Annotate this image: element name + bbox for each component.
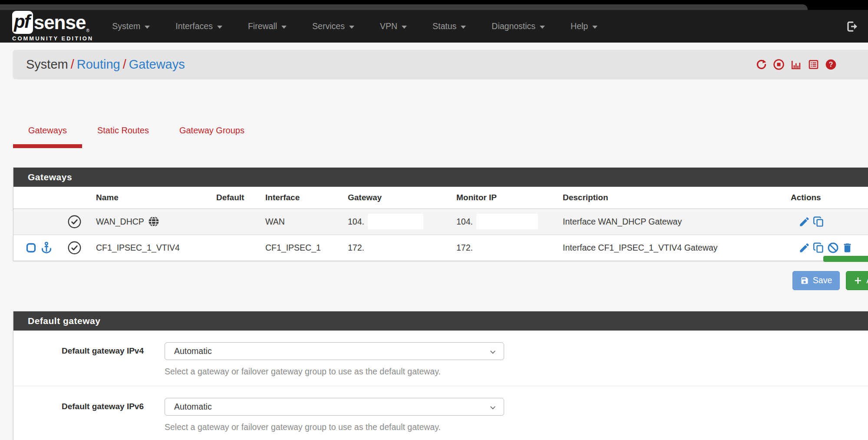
ipv6-help-text: Select a gateway or failover gateway gro… xyxy=(165,422,504,432)
pfsense-logo[interactable]: pf sense ® COMMUNITY EDITION xyxy=(12,11,93,42)
save-icon xyxy=(800,276,809,285)
monitor-ip: 104. xyxy=(456,217,473,227)
chevron-down-icon xyxy=(281,26,287,29)
edit-icon[interactable] xyxy=(799,242,810,254)
sign-out-icon xyxy=(845,20,858,33)
registered-mark: ® xyxy=(86,28,89,33)
breadcrumb-link-routing[interactable]: Routing xyxy=(77,57,120,71)
default-gateway-ipv6-label: Default gateway IPv6 xyxy=(13,398,144,432)
chevron-down-icon xyxy=(461,26,466,29)
menu-item-firewall[interactable]: Firewall xyxy=(239,17,296,36)
gateway-description: Interface CF1_IPSEC_1_VTIV4 Gateway xyxy=(558,235,786,261)
check-circle-icon xyxy=(67,241,82,255)
breadcrumb-separator: / xyxy=(120,57,129,71)
page-header: System/Routing/Gateways ? xyxy=(13,50,868,79)
refresh-icon[interactable] xyxy=(756,59,767,70)
monitor-ip: 172. xyxy=(452,235,558,261)
globe-icon xyxy=(148,216,159,227)
menu-item-services[interactable]: Services xyxy=(303,17,363,36)
menu-item-vpn[interactable]: VPN xyxy=(371,17,416,36)
redaction-box xyxy=(368,214,423,229)
tab-gateways[interactable]: Gateways xyxy=(13,119,82,148)
disable-icon[interactable] xyxy=(827,242,839,254)
community-edition-label: COMMUNITY EDITION xyxy=(12,35,93,42)
gateway-name: WAN_DHCP xyxy=(96,217,144,227)
checkbox-icon[interactable] xyxy=(25,242,37,254)
gateways-panel-title: Gateways xyxy=(13,168,868,187)
main-menu: System Interfaces Firewall Services VPN … xyxy=(103,17,614,36)
default-gateway-panel-title: Default gateway xyxy=(13,311,868,331)
form-row-ipv6: Default gateway IPv6 Automatic Select a … xyxy=(13,386,868,440)
logout-button[interactable] xyxy=(845,20,858,33)
form-row-ipv4: Default gateway IPv4 Automatic Select a … xyxy=(13,331,868,386)
copy-icon[interactable] xyxy=(813,242,825,254)
table-button-bar: Save Add xyxy=(13,271,868,290)
gateways-panel: Gateways Name Default Interface Gateway … xyxy=(13,167,868,261)
chevron-down-icon xyxy=(145,26,150,29)
gateway-interface: WAN xyxy=(261,208,343,235)
gateway-default xyxy=(212,208,261,235)
copy-icon[interactable] xyxy=(813,216,825,228)
menu-item-status[interactable]: Status xyxy=(423,17,475,36)
gateway-name: CF1_IPSEC_1_VTIV4 xyxy=(92,235,212,261)
gateway-ip: 104. xyxy=(348,217,364,227)
default-gateway-ipv4-label: Default gateway IPv4 xyxy=(13,342,144,377)
menu-item-diagnostics[interactable]: Diagnostics xyxy=(482,17,554,36)
breadcrumb-separator: / xyxy=(68,57,77,71)
ipv4-help-text: Select a gateway or failover gateway gro… xyxy=(165,367,504,377)
chevron-down-icon xyxy=(349,26,354,29)
redaction-box xyxy=(476,214,538,229)
gateway-default xyxy=(212,235,261,261)
col-default: Default xyxy=(212,187,261,208)
selected-value: Automatic xyxy=(174,402,212,412)
tab-gateway-groups[interactable]: Gateway Groups xyxy=(164,119,260,148)
check-circle-icon xyxy=(67,215,82,229)
table-row: WAN_DHCP WAN 104. 104. Interface WAN_DHC… xyxy=(13,208,868,235)
default-gateway-ipv6-select[interactable]: Automatic xyxy=(165,398,504,416)
tab-static-routes[interactable]: Static Routes xyxy=(82,119,164,148)
col-name: Name xyxy=(92,187,212,208)
partially-hidden-add-button[interactable] xyxy=(823,256,868,262)
desktop-top-strip xyxy=(0,0,868,4)
svg-text:?: ? xyxy=(829,61,833,68)
save-button[interactable]: Save xyxy=(792,271,840,290)
help-icon[interactable]: ? xyxy=(825,59,837,70)
col-interface: Interface xyxy=(261,187,343,208)
col-description: Description xyxy=(558,187,786,208)
log-icon[interactable] xyxy=(808,59,819,70)
gateways-table: Name Default Interface Gateway Monitor I… xyxy=(13,187,868,261)
chevron-down-icon xyxy=(489,348,497,356)
menu-item-interfaces[interactable]: Interfaces xyxy=(166,17,231,36)
stop-icon[interactable] xyxy=(773,59,785,70)
table-row: CF1_IPSEC_1_VTIV4 CF1_IPSEC_1 172. 172. … xyxy=(13,235,868,261)
plus-icon xyxy=(854,276,862,285)
add-button[interactable]: Add xyxy=(846,271,868,290)
header-action-icons: ? xyxy=(756,50,837,79)
window-top-edge xyxy=(0,4,868,10)
bar-chart-icon[interactable] xyxy=(790,59,802,70)
table-header-row: Name Default Interface Gateway Monitor I… xyxy=(13,187,868,208)
anchor-icon[interactable] xyxy=(40,241,53,254)
gateway-interface: CF1_IPSEC_1 xyxy=(261,235,343,261)
default-gateway-ipv4-select[interactable]: Automatic xyxy=(165,342,504,360)
delete-icon[interactable] xyxy=(842,242,853,254)
sense-logo-text: sense xyxy=(34,13,86,32)
breadcrumb: System/Routing/Gateways xyxy=(26,57,185,72)
default-gateway-panel: Default gateway Default gateway IPv4 Aut… xyxy=(13,311,868,440)
breadcrumb-link-gateways[interactable]: Gateways xyxy=(129,57,185,71)
col-gateway: Gateway xyxy=(343,187,452,208)
window-top-bar xyxy=(0,4,808,10)
edit-icon[interactable] xyxy=(799,216,810,228)
menu-item-help[interactable]: Help xyxy=(561,17,607,36)
chevron-down-icon xyxy=(540,26,545,29)
top-navbar: pf sense ® COMMUNITY EDITION System Inte… xyxy=(0,10,868,43)
chevron-down-icon xyxy=(217,26,222,29)
gateway-description: Interface WAN_DHCP Gateway xyxy=(558,208,786,235)
col-monitor-ip: Monitor IP xyxy=(452,187,558,208)
col-actions: Actions xyxy=(786,187,868,208)
gateway-ip: 172. xyxy=(343,235,452,261)
menu-item-system[interactable]: System xyxy=(103,17,159,36)
breadcrumb-section: System xyxy=(26,57,68,71)
chevron-down-icon xyxy=(592,26,597,29)
section-tabs: Gateways Static Routes Gateway Groups xyxy=(13,119,868,148)
